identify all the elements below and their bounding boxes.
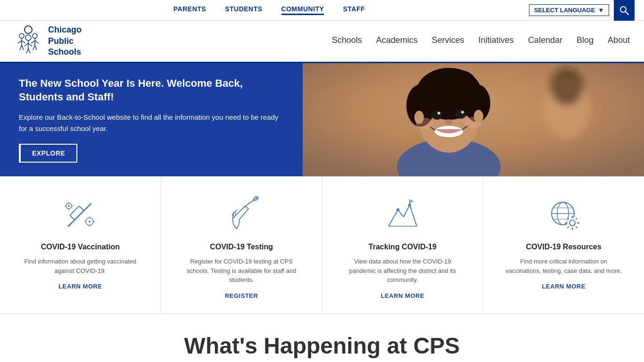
svg-point-2 [25,26,32,33]
svg-rect-43 [70,206,84,220]
svg-line-1 [626,12,628,15]
nav-blog[interactable]: Blog [577,35,594,47]
explore-button[interactable]: EXPLORE [19,144,77,163]
svg-point-33 [455,109,466,119]
svg-line-12 [35,45,37,50]
svg-line-16 [22,41,25,43]
nav-initiatives[interactable]: Initiatives [479,35,514,47]
svg-point-5 [25,35,31,41]
top-navigation: PARENTS STUDENTS COMMUNITY STAFF [9,5,529,15]
nav-services[interactable]: Services [432,35,464,47]
logo-link[interactable]: ChicagoPublicSchools [14,23,82,60]
svg-marker-66 [410,199,414,203]
svg-line-17 [31,41,35,43]
hero-photo [303,63,644,176]
nav-academics[interactable]: Academics [376,35,418,47]
svg-point-3 [19,33,24,38]
svg-line-58 [244,199,255,207]
nav-community[interactable]: COMMUNITY [281,5,324,15]
svg-point-34 [438,112,440,115]
nav-staff[interactable]: STAFF [343,5,365,15]
svg-line-18 [35,41,39,43]
svg-line-11 [33,45,35,50]
svg-line-79 [576,227,577,228]
site-header: ChicagoPublicSchools Schools Academics S… [0,21,644,63]
whats-happening-section: What's Happening at CPS [0,314,644,362]
hero-image [303,63,644,176]
card-vaccination-desc: Find information about getting vaccinate… [19,257,141,275]
card-resources-title: COVID-19 Resources [526,243,602,251]
card-tracking-desc: View data about how the COVID-19 pandemi… [341,257,464,285]
svg-line-20 [28,43,32,46]
top-bar: PARENTS STUDENTS COMMUNITY STAFF SELECT … [0,0,644,21]
nav-students[interactable]: STUDENTS [225,5,262,15]
svg-point-23 [550,68,583,106]
hero-section: The New School Year Is Here. Welcome Bac… [0,63,644,176]
nav-calendar[interactable]: Calendar [528,35,562,47]
chevron-down-icon: ▼ [598,7,604,14]
testing-icon [223,196,260,233]
svg-line-10 [22,45,24,50]
covid-cards-section: COVID-19 Vaccination Find information ab… [0,176,644,314]
card-tracking-link[interactable]: LEARN MORE [381,292,424,299]
card-tracking: Tracking COVID-19 View data about how th… [322,177,484,313]
card-resources-link[interactable]: LEARN MORE [542,283,585,290]
main-navigation: Schools Academics Services Initiatives C… [332,35,630,47]
nav-schools[interactable]: Schools [332,35,362,47]
language-selector[interactable]: SELECT LANGUAGE ▼ [529,4,609,16]
hero-description: Explore our Back-to-School website to fi… [19,112,284,134]
svg-line-45 [68,224,71,226]
svg-line-13 [26,49,28,53]
card-vaccination-link[interactable]: LEARN MORE [58,283,102,290]
svg-point-41 [474,110,483,123]
svg-point-63 [396,208,399,211]
svg-line-44 [87,204,91,207]
resources-icon [545,196,583,233]
language-label: SELECT LANGUAGE [534,7,595,14]
svg-line-19 [25,43,28,46]
hero-text-panel: The New School Year Is Here. Welcome Bac… [0,63,303,176]
svg-point-40 [414,111,424,124]
svg-point-0 [620,7,626,12]
card-vaccination: COVID-19 Vaccination Find information ab… [0,177,161,313]
search-icon [619,6,629,15]
card-testing-title: COVID-19 Testing [210,243,273,251]
logo-text: ChicagoPublicSchools [48,25,82,58]
search-button[interactable] [614,0,635,21]
svg-point-4 [33,33,37,38]
card-tracking-title: Tracking COVID-19 [369,243,437,251]
svg-line-81 [568,227,569,228]
card-resources: COVID-19 Resources Find more critical in… [483,177,644,313]
card-testing-link[interactable]: REGISTER [225,292,258,299]
svg-line-78 [568,218,569,219]
card-testing-desc: Register for COVID-19 testing at CPS sch… [180,257,303,285]
svg-line-80 [576,218,577,219]
svg-line-15 [18,41,22,43]
svg-point-35 [461,111,464,114]
svg-point-57 [89,221,91,222]
svg-point-56 [68,205,70,207]
svg-line-14 [28,49,30,53]
svg-point-32 [431,110,443,120]
vaccination-icon [61,196,99,233]
tracking-icon [384,196,421,233]
svg-point-39 [445,119,453,125]
hero-title: The New School Year Is Here. Welcome Bac… [19,77,284,104]
svg-point-31 [440,70,476,96]
whats-happening-title: What's Happening at CPS [9,333,635,359]
card-testing: COVID-19 Testing Register for COVID-19 t… [161,177,322,313]
card-vaccination-title: COVID-19 Vaccination [41,243,120,251]
svg-line-9 [20,45,22,50]
card-resources-desc: Find more critical information on vaccin… [503,257,625,275]
nav-parents[interactable]: PARENTS [173,5,206,15]
svg-point-59 [253,197,258,202]
svg-point-61 [256,197,257,199]
cps-logo-icon [14,23,42,60]
nav-about[interactable]: About [608,35,630,47]
